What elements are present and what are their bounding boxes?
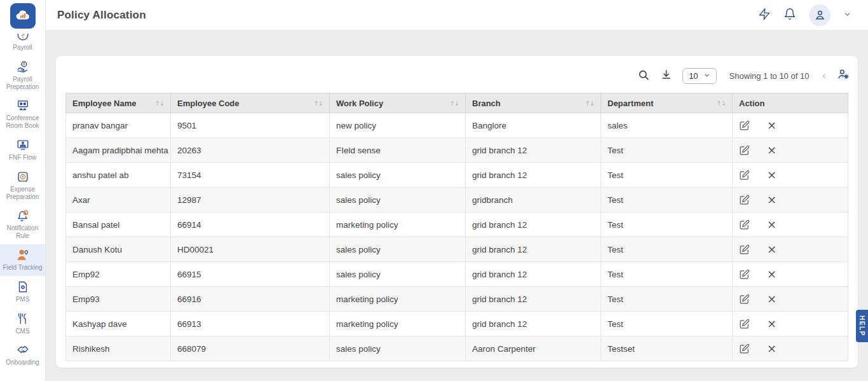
- cell-branch: grid branch 12: [466, 237, 601, 262]
- quick-actions-button[interactable]: [758, 8, 771, 22]
- sort-icon[interactable]: ↑↓: [716, 100, 726, 107]
- cell-branch: grid branch 12: [466, 312, 601, 336]
- cell-employee-code: 12987: [171, 188, 330, 212]
- delete-row-icon[interactable]: ×: [767, 318, 776, 329]
- bell-icon: [783, 8, 796, 22]
- column-header-branch[interactable]: Branch↑↓: [466, 94, 601, 113]
- cell-employee-name: Emp93: [66, 287, 171, 312]
- user-avatar: [809, 4, 831, 26]
- edit-row-icon[interactable]: [739, 269, 750, 280]
- page-size-select[interactable]: 10: [682, 68, 716, 84]
- delete-row-icon[interactable]: ×: [767, 244, 776, 255]
- sidebar-nav: PayrollPayroll PreperationConference Roo…: [0, 30, 45, 381]
- cell-employee-code: 73154: [171, 163, 330, 188]
- sort-icon[interactable]: ↑↓: [313, 100, 323, 107]
- cell-work-policy: sales policy: [330, 336, 466, 361]
- sidebar-item-fnf-flow[interactable]: FNF Flow: [0, 134, 45, 166]
- notifications-button[interactable]: [783, 8, 796, 22]
- sidebar-item-payroll-preperation[interactable]: Payroll Preperation: [0, 56, 45, 95]
- cell-department: Test: [601, 312, 733, 336]
- edit-row-icon[interactable]: [739, 294, 750, 305]
- table-row: Aagam pradipbhai mehta20263FIeld sensegr…: [66, 138, 848, 163]
- profile-button[interactable]: [809, 4, 831, 26]
- edit-row-icon[interactable]: [739, 219, 750, 230]
- cell-work-policy: new policy: [330, 113, 466, 138]
- content-area: 10 Showing 1 to 10 of 10 ‹ ›: [46, 31, 868, 381]
- sidebar-item-payroll[interactable]: Payroll: [0, 30, 45, 56]
- delete-row-icon[interactable]: ×: [767, 293, 776, 305]
- edit-row-icon[interactable]: [739, 145, 750, 156]
- sort-icon[interactable]: ↑↓: [449, 100, 459, 107]
- cell-employee-code: HD00021: [171, 237, 330, 262]
- assign-policy-button[interactable]: [837, 67, 850, 83]
- sidebar-item-pms[interactable]: PMS: [0, 276, 45, 308]
- cell-employee-name: Emp92: [66, 262, 171, 287]
- column-header-employee-code[interactable]: Employee Code↑↓: [171, 94, 330, 113]
- sidebar-item-onboarding[interactable]: Onboarding: [0, 339, 45, 371]
- cell-branch: grid branch 12: [466, 262, 601, 287]
- cms-icon: [1, 312, 44, 326]
- edit-row-icon[interactable]: [739, 195, 750, 205]
- delete-row-icon[interactable]: ×: [767, 219, 776, 230]
- sidebar-item-expense-preparation[interactable]: Expense Preparation: [0, 166, 45, 205]
- table-row: pranav bangar9501new policyBangloresales…: [66, 113, 848, 138]
- column-header-work-policy[interactable]: Work Policy↑↓: [330, 94, 466, 113]
- download-button[interactable]: [660, 69, 672, 83]
- showing-text: Showing 1 to 10 of 10: [729, 71, 810, 81]
- sidebar-item-conference-room-book[interactable]: Conference Room Book: [0, 95, 45, 134]
- profile-menu-button[interactable]: [843, 10, 851, 20]
- zap-icon: [758, 8, 771, 22]
- delete-row-icon[interactable]: ×: [767, 120, 776, 131]
- column-header-employee-name[interactable]: Employee Name↑↓: [66, 94, 171, 113]
- cell-department: Test: [601, 287, 733, 312]
- fnf-flow-icon: [1, 138, 44, 152]
- cell-work-policy: marketing policy: [330, 212, 466, 237]
- cell-employee-code: 668079: [171, 336, 330, 361]
- sidebar-item-notification-rule[interactable]: Notification Rule: [0, 205, 45, 244]
- app-root: PayrollPayroll PreperationConference Roo…: [0, 0, 868, 381]
- cell-action: ×: [733, 336, 848, 361]
- cell-action: ×: [733, 138, 848, 163]
- column-header-department[interactable]: Department↑↓: [601, 94, 733, 113]
- delete-row-icon[interactable]: ×: [767, 343, 776, 354]
- topbar: Policy Allocation: [46, 0, 868, 31]
- search-icon: [637, 69, 650, 83]
- sidebar-item-label: PMS: [1, 296, 44, 303]
- table-row: Kashyap dave66913marketing policygrid br…: [66, 312, 848, 336]
- search-button[interactable]: [637, 69, 650, 83]
- column-header-action: Action: [733, 94, 848, 113]
- sidebar-item-label: Expense Preparation: [1, 186, 44, 201]
- delete-row-icon[interactable]: ×: [767, 169, 776, 181]
- delete-row-icon[interactable]: ×: [767, 194, 776, 205]
- sidebar-item-label: Onboarding: [1, 359, 44, 366]
- cell-action: ×: [733, 312, 848, 336]
- edit-row-icon[interactable]: [739, 244, 750, 255]
- cell-branch: grid branch 12: [466, 212, 601, 237]
- cell-employee-code: 66914: [171, 212, 330, 237]
- cell-department: Testset: [601, 336, 733, 361]
- cell-action: ×: [733, 113, 848, 138]
- payroll-icon: [1, 34, 44, 42]
- edit-row-icon[interactable]: [739, 343, 750, 354]
- app-logo[interactable]: [10, 0, 36, 30]
- sort-icon[interactable]: ↑↓: [154, 100, 164, 107]
- cell-department: Test: [601, 237, 733, 262]
- sidebar-item-cms[interactable]: CMS: [0, 308, 45, 340]
- help-tab[interactable]: HELP: [856, 310, 868, 342]
- cell-action: ×: [733, 212, 848, 237]
- sidebar-item-field-tracking[interactable]: Field Tracking: [0, 244, 45, 276]
- table-row: Emp9266915sales policygrid branch 12Test…: [66, 262, 848, 287]
- delete-row-icon[interactable]: ×: [767, 268, 776, 280]
- cell-work-policy: marketing policy: [330, 312, 466, 336]
- sort-icon[interactable]: ↑↓: [585, 100, 594, 107]
- delete-row-icon[interactable]: ×: [767, 144, 776, 156]
- edit-row-icon[interactable]: [739, 170, 750, 181]
- cloud-bars-logo-icon: [10, 3, 36, 29]
- cell-employee-code: 66915: [171, 262, 330, 287]
- policy-allocation-table: Employee Name↑↓ Employee Code↑↓ Work Pol…: [65, 93, 848, 361]
- cell-employee-name: Aagam pradipbhai mehta: [66, 138, 171, 163]
- cell-employee-name: Rishikesh: [66, 336, 171, 361]
- prev-page-button[interactable]: ‹: [822, 71, 826, 81]
- edit-row-icon[interactable]: [739, 120, 750, 131]
- edit-row-icon[interactable]: [739, 319, 750, 329]
